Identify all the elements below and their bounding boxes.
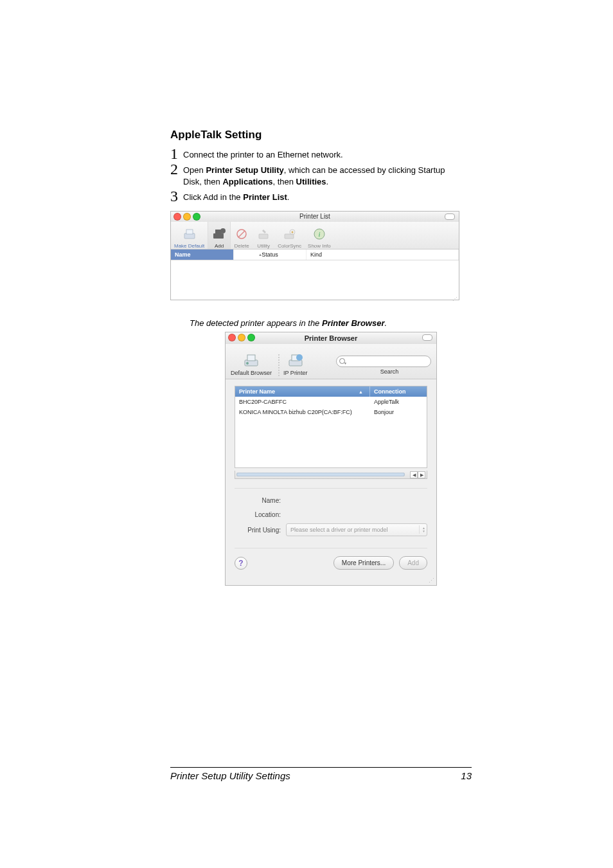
printer-default-icon: [182, 226, 197, 242]
t: Applications: [222, 177, 272, 186]
ip-printer-tab[interactable]: IP Printer: [283, 352, 307, 376]
page-footer: Printer Setup Utility Settings 13: [170, 767, 472, 781]
colorsync-button[interactable]: ColorSync: [274, 222, 305, 249]
add-button[interactable]: Add: [399, 556, 427, 570]
name-field[interactable]: [286, 495, 427, 505]
scroll-left-icon[interactable]: ◀: [410, 471, 418, 478]
search-input[interactable]: ▾: [336, 356, 431, 367]
label: Utility: [257, 243, 270, 249]
window-titlebar: Printer List: [171, 212, 459, 222]
traffic-lights[interactable]: [228, 334, 255, 341]
t: .: [287, 192, 290, 202]
col-connection[interactable]: Connection: [370, 386, 427, 397]
label: Add: [215, 243, 224, 249]
printusing-select[interactable]: Please select a driver or printer model …: [286, 523, 427, 536]
default-browser-tab[interactable]: Default Browser: [231, 352, 272, 376]
utility-icon: [256, 226, 271, 242]
location-label: Location:: [235, 511, 281, 518]
t: Disk, then: [183, 177, 222, 186]
label: Delete: [235, 243, 249, 249]
more-printers-button[interactable]: More Printers...: [333, 556, 394, 570]
delete-button[interactable]: Delete: [231, 222, 253, 249]
utility-button[interactable]: Utility: [253, 222, 274, 249]
step-text: Click Add in the Printer List.: [183, 189, 289, 203]
svg-rect-1: [186, 230, 193, 234]
step-2: 2 Open Printer Setup Utility, which can …: [170, 162, 472, 188]
t: Printer List: [243, 192, 287, 202]
svg-point-10: [291, 231, 293, 233]
list-body: [171, 260, 459, 296]
svg-rect-7: [259, 234, 268, 239]
label: Default Browser: [231, 370, 272, 376]
location-field[interactable]: [286, 509, 427, 520]
toolbar: Make Default Add Delete Utility ColorSyn…: [171, 222, 459, 249]
window-title: Printer Browser: [305, 334, 358, 342]
zoom-icon[interactable]: [247, 334, 255, 341]
toolbar-toggle-icon[interactable]: [445, 213, 455, 220]
help-button[interactable]: ?: [235, 557, 247, 570]
printer-list: Printer Name▲ Connection BHC20P-CABFFC A…: [235, 386, 427, 468]
colorsync-icon: [282, 226, 298, 242]
step-3: 3 Click Add in the Printer List.: [170, 189, 472, 203]
step-text: Open Printer Setup Utility, which can be…: [183, 162, 445, 188]
label: Make Default: [174, 243, 204, 249]
svg-text:i: i: [318, 230, 320, 238]
col-printer-name[interactable]: Printer Name▲: [235, 386, 370, 397]
ip-printer-icon: [286, 352, 305, 368]
list-item[interactable]: BHC20P-CABFFC AppleTalk: [235, 397, 427, 407]
name-label: Name:: [235, 497, 281, 504]
search-label: Search: [348, 368, 431, 375]
separator: [278, 354, 280, 376]
page-number: 13: [461, 770, 472, 781]
minimize-icon[interactable]: [183, 213, 191, 221]
svg-point-15: [246, 362, 249, 365]
t: Open: [183, 165, 206, 175]
traffic-lights[interactable]: [173, 213, 200, 221]
minimize-icon[interactable]: [238, 334, 245, 341]
close-icon[interactable]: [173, 213, 181, 221]
label: ColorSync: [278, 243, 301, 249]
column-status[interactable]: Status: [234, 249, 306, 260]
resize-handle[interactable]: ⋰: [171, 296, 459, 300]
t: Click Add in the: [183, 192, 243, 202]
t: Printer Browser: [322, 318, 385, 328]
step-1: 1 Connect the printer to an Ethernet net…: [170, 147, 472, 161]
caption: The detected printer appears in the Prin…: [190, 318, 472, 328]
list-header: Printer Name▲ Connection: [235, 386, 427, 397]
printer-list-window: Printer List Make Default Add Delete Uti…: [170, 211, 459, 300]
step-number: 2: [170, 162, 183, 176]
printer-form: Name: Location: Print Using: Please sele…: [235, 488, 427, 536]
t: .: [326, 177, 329, 186]
scroll-right-icon[interactable]: ▶: [418, 471, 425, 478]
resize-handle[interactable]: ⋰: [226, 577, 436, 585]
svg-rect-2: [213, 233, 224, 239]
column-name[interactable]: Name: [171, 249, 234, 260]
zoom-icon[interactable]: [193, 213, 200, 221]
printer-add-icon: [211, 226, 227, 242]
select-value: Please select a driver or printer model: [290, 527, 388, 533]
t: Utilities: [296, 177, 326, 186]
t: .: [385, 318, 387, 328]
delete-icon: [234, 226, 249, 242]
column-kind[interactable]: Kind: [306, 249, 459, 260]
section-heading: AppleTalk Setting: [170, 129, 472, 141]
step-number: 3: [170, 189, 183, 203]
printer-name-cell: KONICA MINOLTA bizhub C20P(CA:BF:FC): [235, 407, 370, 417]
showinfo-button[interactable]: i Show Info: [305, 222, 334, 249]
add-button[interactable]: Add: [208, 222, 231, 249]
label: IP Printer: [283, 370, 307, 376]
connection-cell: AppleTalk: [370, 397, 427, 407]
step-text: Connect the printer to an Ethernet netwo…: [183, 147, 343, 161]
window-titlebar: Printer Browser: [226, 332, 436, 344]
step-list: 1 Connect the printer to an Ethernet net…: [170, 147, 472, 203]
close-icon[interactable]: [228, 334, 236, 341]
info-icon: i: [312, 226, 327, 242]
label: Show Info: [308, 243, 331, 249]
printer-name-cell: BHC20P-CABFFC: [235, 397, 370, 407]
make-default-button[interactable]: Make Default: [171, 222, 208, 249]
horizontal-scrollbar[interactable]: ◀▶: [235, 471, 427, 479]
toolbar-toggle-icon[interactable]: [422, 334, 432, 341]
svg-rect-14: [247, 355, 255, 361]
printer-browser-window: Printer Browser Default Browser IP Print…: [225, 332, 437, 586]
list-item[interactable]: KONICA MINOLTA bizhub C20P(CA:BF:FC) Bon…: [235, 407, 427, 417]
